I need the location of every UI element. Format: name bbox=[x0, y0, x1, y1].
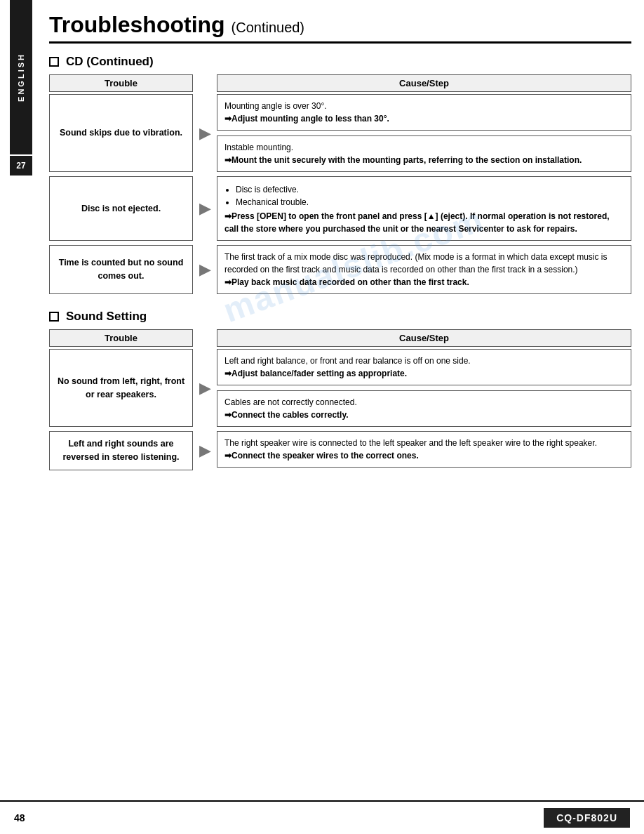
cd-arrow-3: ▶ bbox=[193, 245, 217, 294]
sound-heading-text: Sound Setting bbox=[66, 310, 147, 324]
cd-row-3: Time is counted but no sound comes out. … bbox=[49, 245, 631, 294]
cd-heading-text: CD (Continued) bbox=[66, 55, 154, 69]
cd-header-spacer bbox=[193, 74, 217, 92]
arrow-icon-3: ▶ bbox=[199, 262, 211, 277]
arrow-icon-5: ▶ bbox=[199, 443, 211, 458]
cd-header-trouble: Trouble bbox=[49, 74, 193, 92]
sound-cause-1b: Cables are not correctly connected. ➡Con… bbox=[217, 390, 631, 427]
sidebar-lang-block: ENGLISH bbox=[10, 0, 32, 154]
arrow-icon-4: ▶ bbox=[199, 380, 211, 396]
sound-arrow-1: ▶ bbox=[193, 349, 217, 427]
page-title: Troubleshooting (Continued) bbox=[49, 13, 631, 44]
sound-arrow-2: ▶ bbox=[193, 431, 217, 470]
arrow-icon-1: ▶ bbox=[199, 126, 211, 141]
sound-trouble-2: Left and right sounds are reversed in st… bbox=[49, 431, 193, 470]
bottom-model-name: CQ-DF802U bbox=[544, 808, 630, 828]
bottom-page-number: 48 bbox=[14, 812, 25, 823]
cd-row-1: Sound skips due to vibration. ▶ Mounting… bbox=[49, 94, 631, 172]
sound-cause-1a: Left and right balance, or front and rea… bbox=[217, 349, 631, 385]
bottom-bar: 48 CQ-DF802U bbox=[0, 800, 644, 834]
cd-trouble-1: Sound skips due to vibration. bbox=[49, 94, 193, 172]
sound-header-spacer bbox=[193, 329, 217, 347]
cd-trouble-2: Disc is not ejected. bbox=[49, 176, 193, 241]
cd-section-heading: CD (Continued) bbox=[49, 55, 631, 69]
sound-cause-2a: The right speaker wire is connected to t… bbox=[217, 431, 631, 468]
sound-causes-1: Left and right balance, or front and rea… bbox=[217, 349, 631, 427]
cd-causes-2: Disc is defective. Mechanical trouble. ➡… bbox=[217, 176, 631, 241]
cd-causes-1: Mounting angle is over 30°. ➡Adjust moun… bbox=[217, 94, 631, 172]
sound-row-1: No sound from left, right, front or rear… bbox=[49, 349, 631, 427]
cd-header-row: Trouble Cause/Step bbox=[49, 74, 631, 92]
sidebar-page-number: 27 bbox=[10, 156, 32, 176]
sidebar: ENGLISH 27 bbox=[0, 0, 42, 800]
sound-checkbox-icon bbox=[49, 312, 59, 322]
main-content: Troubleshooting (Continued) CD (Continue… bbox=[42, 0, 644, 487]
title-continued: (Continued) bbox=[232, 20, 305, 35]
sound-causes-2: The right speaker wire is connected to t… bbox=[217, 431, 631, 470]
cd-cause-1b: Instable mounting. ➡Mount the unit secur… bbox=[217, 135, 631, 172]
sound-row-2: Left and right sounds are reversed in st… bbox=[49, 431, 631, 470]
cd-checkbox-icon bbox=[49, 57, 59, 67]
sidebar-lang-text: ENGLISH bbox=[17, 53, 25, 102]
arrow-icon-2: ▶ bbox=[199, 201, 211, 216]
sound-trouble-1: No sound from left, right, front or rear… bbox=[49, 349, 193, 427]
cd-cause-2a: Disc is defective. Mechanical trouble. ➡… bbox=[217, 176, 631, 241]
title-text: Troubleshooting bbox=[49, 12, 225, 37]
cd-arrow-2: ▶ bbox=[193, 176, 217, 241]
cd-arrow-1: ▶ bbox=[193, 94, 217, 172]
cd-causes-3: The first track of a mix mode disc was r… bbox=[217, 245, 631, 294]
sound-header-row: Trouble Cause/Step bbox=[49, 329, 631, 347]
sound-header-cause: Cause/Step bbox=[217, 329, 631, 347]
cd-cause-1a: Mounting angle is over 30°. ➡Adjust moun… bbox=[217, 94, 631, 131]
cd-header-cause: Cause/Step bbox=[217, 74, 631, 92]
cd-row-2: Disc is not ejected. ▶ Disc is defective… bbox=[49, 176, 631, 241]
sound-section-heading: Sound Setting bbox=[49, 310, 631, 324]
sound-header-trouble: Trouble bbox=[49, 329, 193, 347]
cd-trouble-3: Time is counted but no sound comes out. bbox=[49, 245, 193, 294]
cd-cause-3a: The first track of a mix mode disc was r… bbox=[217, 245, 631, 294]
